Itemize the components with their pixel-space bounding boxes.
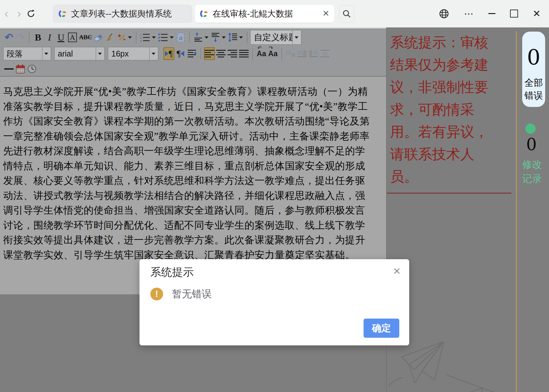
chevron-down-icon bbox=[44, 53, 48, 55]
back-icon[interactable]: ‹ bbox=[0, 7, 13, 20]
font-color-button[interactable]: A bbox=[67, 31, 78, 44]
eraser-icon bbox=[94, 33, 103, 42]
underline-button[interactable]: U bbox=[56, 31, 66, 44]
text-line: 用。若有异议， bbox=[390, 121, 495, 143]
image-float-left-button bbox=[297, 47, 307, 60]
tab-search-button[interactable] bbox=[339, 5, 354, 22]
align-right-icon bbox=[228, 49, 237, 58]
chevron-down-icon bbox=[98, 53, 102, 55]
text-line: 动法、讲授式教学法与视频教学法相结合的解决路径，并细化课程思政融入点，强 bbox=[3, 188, 376, 203]
line-height-caret-icon[interactable] bbox=[239, 36, 243, 39]
text-line: 议，非强制性要 bbox=[390, 76, 495, 98]
paragraph-format-select[interactable]: 段落 bbox=[3, 47, 51, 60]
anchor-icon: a bbox=[177, 33, 185, 42]
image-default-button bbox=[285, 47, 296, 60]
ordered-list-button[interactable]: 1 2 3 bbox=[139, 31, 151, 44]
image-default-icon bbox=[286, 49, 295, 58]
reload-icon[interactable] bbox=[26, 8, 38, 19]
space-top-caret-icon[interactable] bbox=[205, 36, 208, 39]
line-height-button[interactable] bbox=[227, 31, 238, 44]
close-button[interactable]: ✕ bbox=[533, 9, 541, 19]
line-height-icon bbox=[228, 33, 237, 42]
uppercase-icon: ↶Aa bbox=[257, 49, 266, 58]
total-errors-card[interactable]: 0 全部错误 bbox=[522, 32, 545, 107]
horizontal-rule-button[interactable] bbox=[4, 63, 14, 75]
ordered-list-caret-icon[interactable] bbox=[152, 36, 156, 39]
insert-time-button[interactable] bbox=[26, 63, 37, 75]
clear-format-button[interactable] bbox=[105, 31, 116, 44]
text-line: 系统提示：审核 bbox=[390, 31, 495, 54]
rtl-paragraph-button[interactable]: ¶ bbox=[175, 47, 186, 60]
strikethrough-button[interactable]: ABC bbox=[79, 31, 93, 44]
insert-date-button[interactable] bbox=[15, 63, 26, 75]
custom-heading-select[interactable]: 自定义标题 bbox=[250, 30, 301, 45]
edit-count: 0 bbox=[517, 135, 546, 154]
tab-close-icon[interactable]: ✕ bbox=[322, 9, 329, 19]
italic-icon: I bbox=[48, 32, 51, 43]
bold-icon: B bbox=[35, 32, 41, 43]
underline-icon: U bbox=[57, 32, 64, 43]
paragraph-space-bottom-button[interactable] bbox=[210, 31, 221, 44]
format-eraser-button[interactable] bbox=[93, 31, 104, 44]
font-size-dropdown[interactable] bbox=[149, 47, 158, 60]
font-family-dropdown[interactable] bbox=[96, 47, 104, 60]
ltr-paragraph-button[interactable]: ¶ bbox=[163, 47, 174, 60]
align-justify-button[interactable] bbox=[238, 47, 249, 60]
font-family-select[interactable]: arial bbox=[54, 47, 105, 60]
font-size-value: 16px bbox=[108, 49, 149, 58]
toolbar-separator bbox=[200, 48, 201, 59]
bold-button[interactable]: B bbox=[33, 31, 43, 44]
indent-button[interactable] bbox=[186, 47, 197, 60]
total-errors-count: 0 bbox=[527, 47, 540, 68]
edit-log-link[interactable]: 修改记录 bbox=[522, 158, 543, 186]
to-lowercase-button[interactable]: ↷Aa bbox=[267, 47, 278, 60]
tab-title: 文章列表--大数据舆情系统 bbox=[71, 8, 187, 19]
image-float-left-icon bbox=[297, 49, 307, 58]
font-family-value: arial bbox=[55, 49, 96, 58]
anchor-button[interactable]: a bbox=[175, 31, 186, 44]
custom-heading-value: 自定义标题 bbox=[251, 32, 292, 43]
text-line: 衔接实效等提出具体建议，进一步完善教学方案。此次备课凝聚教研合力，为提升 bbox=[3, 233, 376, 248]
rail-accent-line bbox=[516, 31, 517, 392]
globe-icon[interactable] bbox=[439, 8, 449, 19]
text-line: 员。 bbox=[390, 165, 495, 188]
status-dot bbox=[525, 124, 536, 134]
redo-button[interactable]: ↷ bbox=[15, 31, 26, 44]
confirm-button[interactable]: 确定 bbox=[364, 319, 399, 338]
clock-icon bbox=[27, 64, 37, 74]
undo-button[interactable]: ↶ bbox=[4, 31, 14, 44]
text-line: 准落实教学目标，提升课程教学质量，近日，马克思主义学院开展了“优•美”教学工 bbox=[3, 99, 376, 114]
align-justify-icon bbox=[239, 49, 249, 58]
custom-heading-dropdown[interactable] bbox=[292, 30, 301, 44]
menu-dots-icon[interactable]: ⋯ bbox=[464, 9, 474, 19]
tab-online-review[interactable]: 在线审核-北鲲大数据 ✕ bbox=[195, 5, 335, 23]
align-right-button[interactable] bbox=[227, 47, 238, 60]
text-line: 调引导学生体悟党的使命担当、增强国家安全道路认同。随后，参与教师积极发言 bbox=[3, 203, 376, 218]
unordered-list-caret-icon[interactable] bbox=[170, 36, 174, 39]
minimize-button[interactable] bbox=[488, 13, 495, 14]
auto-typeset-button[interactable] bbox=[116, 31, 127, 44]
italic-button[interactable]: I bbox=[44, 31, 55, 44]
font-size-select[interactable]: 16px bbox=[108, 47, 158, 60]
reload-glyph bbox=[26, 8, 36, 19]
site-logo-icon bbox=[200, 9, 209, 18]
unordered-list-button[interactable] bbox=[157, 31, 169, 44]
dialog-title: 系统提示 bbox=[150, 265, 194, 280]
paragraph-format-dropdown[interactable] bbox=[42, 47, 51, 60]
calendar-icon bbox=[16, 64, 25, 74]
paragraph-format-value: 段落 bbox=[4, 49, 42, 59]
forward-icon[interactable]: › bbox=[13, 7, 26, 20]
maximize-button[interactable] bbox=[510, 10, 518, 18]
align-left-button[interactable] bbox=[204, 47, 215, 60]
system-hint-panel: 系统提示：审核结果仅为参考建议，非强制性要求，可酌情采用。若有异议，请联系技术人… bbox=[390, 31, 495, 188]
text-line: 结果仅为参考建 bbox=[390, 54, 495, 76]
dialog-close-icon[interactable]: ✕ bbox=[393, 266, 401, 277]
align-center-icon bbox=[216, 49, 226, 58]
tab-article-list[interactable]: 文章列表--大数据舆情系统 bbox=[53, 5, 192, 23]
auto-typeset-caret-icon[interactable] bbox=[128, 36, 132, 39]
pilcrow-icon: ¶ bbox=[177, 49, 180, 59]
to-uppercase-button[interactable]: ↶Aa bbox=[256, 47, 267, 60]
space-bottom-caret-icon[interactable] bbox=[222, 36, 226, 39]
paragraph-space-top-button[interactable] bbox=[193, 31, 204, 44]
align-center-button[interactable] bbox=[215, 47, 226, 60]
